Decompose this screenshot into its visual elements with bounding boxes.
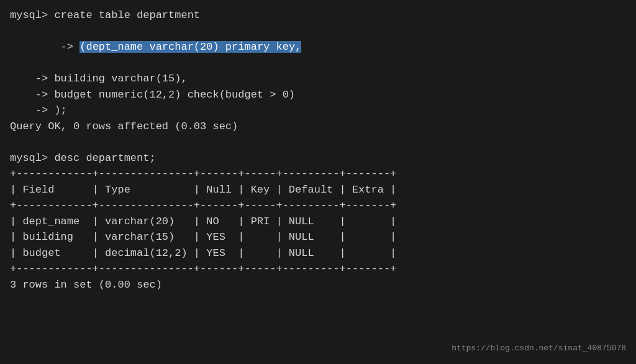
query-ok-line: Query OK, 0 rows affected (0.03 sec) — [10, 119, 626, 135]
table-row-building: | building | varchar(15) | YES | | NULL … — [10, 229, 626, 245]
arrow-prefix: -> — [35, 41, 80, 53]
create-table-line1: mysql> create table department — [10, 7, 626, 24]
table-sep-bottom: +------------+---------------+------+---… — [10, 261, 626, 277]
empty-line — [10, 134, 626, 150]
table-sep-mid: +------------+---------------+------+---… — [10, 198, 626, 214]
desc-command-line: mysql> desc department; — [10, 150, 626, 166]
table-row-dept-name: | dept_name | varchar(20) | NO | PRI | N… — [10, 214, 626, 230]
highlighted-code: (dept_name varchar(20) primary key, — [80, 41, 301, 53]
create-table-line5: -> ); — [10, 102, 626, 119]
table-header-line: | Field | Type | Null | Key | Default | … — [10, 182, 626, 198]
create-table-line2: -> (dept_name varchar(20) primary key, — [10, 24, 626, 71]
table-row-budget: | budget | decimal(12,2) | YES | | NULL … — [10, 245, 626, 262]
create-table-line4: -> budget numeric(12,2) check(budget > 0… — [10, 87, 626, 103]
table-sep-top: +------------+---------------+------+---… — [10, 166, 626, 182]
watermark-text: https://blog.csdn.net/sinat_40875078 — [452, 342, 626, 355]
terminal-window: mysql> create table department -> (dept_… — [10, 7, 626, 357]
create-table-line3: -> building varchar(15), — [10, 71, 626, 87]
rows-in-set-line: 3 rows in set (0.00 sec) — [10, 277, 626, 293]
